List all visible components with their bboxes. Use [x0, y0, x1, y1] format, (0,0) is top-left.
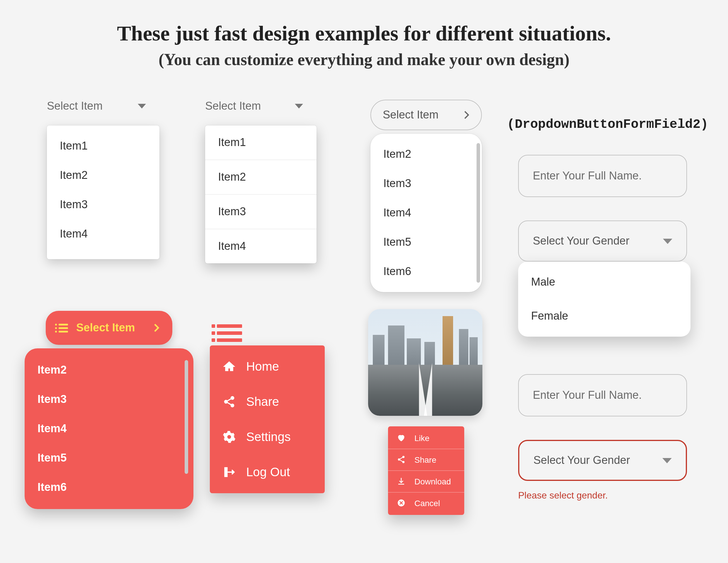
- list-icon: [59, 322, 68, 334]
- dropdown-red-pill: Select Item Item2 Item3 Item4 Item5 Item…: [25, 311, 193, 509]
- gender-select-placeholder: Select Your Gender: [533, 454, 630, 467]
- menu-item-home[interactable]: Home: [210, 349, 325, 384]
- full-name-input[interactable]: Enter Your Full Name.: [518, 374, 687, 416]
- share-icon: [223, 395, 236, 408]
- form-example-open: Enter Your Full Name. Select Your Gender…: [518, 155, 687, 337]
- dropdown-item[interactable]: Item5: [370, 227, 482, 257]
- download-icon: [397, 477, 406, 486]
- dropdown-pill-menu: Item2 Item3 Item4 Item5 Item6: [370, 134, 482, 292]
- dropdown-pill-placeholder: Select Item: [383, 108, 438, 121]
- chevron-down-icon: [138, 104, 146, 108]
- menu-item-settings[interactable]: Settings: [210, 419, 325, 455]
- heart-icon: [397, 433, 406, 443]
- menu-item-label: Settings: [246, 430, 291, 444]
- dropdown-item[interactable]: Item2: [205, 160, 317, 195]
- dropdown-item[interactable]: Item3: [47, 190, 159, 219]
- hamburger-icon[interactable]: [217, 324, 325, 342]
- dropdown-item[interactable]: Item6: [370, 257, 482, 286]
- gender-option-male[interactable]: Male: [518, 265, 690, 299]
- dropdown-red-pill-label: Select Item: [76, 322, 135, 334]
- full-name-placeholder: Enter Your Full Name.: [533, 389, 642, 402]
- dropdown-item[interactable]: Item4: [370, 198, 482, 227]
- svg-point-2: [231, 404, 234, 407]
- chevron-down-icon: [662, 458, 672, 463]
- dropdown-red-pill-menu: Item2 Item3 Item4 Item5 Item6: [25, 348, 193, 509]
- full-name-input[interactable]: Enter Your Full Name.: [518, 155, 687, 197]
- dropdown-divided-placeholder: Select Item: [205, 100, 261, 113]
- dropdown-item[interactable]: Item4: [25, 414, 193, 443]
- menu-item-label: Log Out: [246, 465, 290, 479]
- page-heading: These just fast design examples for diff…: [0, 0, 728, 69]
- logout-icon: [223, 466, 236, 479]
- menu-item-share[interactable]: Share: [210, 384, 325, 419]
- dropdown-item[interactable]: Item1: [205, 125, 317, 160]
- dropdown-item[interactable]: Item2: [370, 139, 482, 169]
- gender-select-menu: Male Female: [518, 261, 690, 337]
- context-item-share[interactable]: Share: [388, 449, 464, 471]
- dropdown-item[interactable]: Item4: [47, 219, 159, 249]
- dropdown-divided: Select Item Item1 Item2 Item3 Item4: [205, 100, 303, 113]
- scrollbar[interactable]: [477, 143, 480, 283]
- context-item-cancel[interactable]: Cancel: [388, 493, 464, 514]
- dropdown-red-pill-trigger[interactable]: Select Item: [46, 311, 172, 345]
- context-item-label: Share: [414, 455, 436, 465]
- home-icon: [223, 360, 236, 373]
- menu-item-logout[interactable]: Log Out: [210, 455, 325, 490]
- dropdown-basic-trigger[interactable]: Select Item: [47, 100, 146, 113]
- validation-message: Please select gender.: [518, 490, 687, 501]
- gear-icon: [223, 431, 236, 443]
- context-item-label: Download: [414, 477, 451, 486]
- gender-select[interactable]: Select Your Gender: [518, 220, 687, 261]
- svg-point-0: [224, 400, 228, 404]
- context-item-like[interactable]: Like: [388, 428, 464, 449]
- image-context-menu: Like Share Download Cancel: [368, 309, 482, 504]
- share-icon: [397, 455, 406, 465]
- form-field-title: (DropdownButtonFormField2): [507, 117, 708, 132]
- dropdown-item[interactable]: Item2: [25, 356, 193, 385]
- dropdown-divided-trigger[interactable]: Select Item: [205, 100, 303, 113]
- gender-option-female[interactable]: Female: [518, 299, 690, 333]
- scrollbar[interactable]: [185, 360, 188, 474]
- dropdown-item[interactable]: Item3: [205, 195, 317, 229]
- gender-select-placeholder: Select Your Gender: [533, 234, 630, 247]
- context-item-label: Like: [414, 433, 429, 443]
- city-image[interactable]: [368, 309, 482, 416]
- form-example-error: Enter Your Full Name. Select Your Gender…: [518, 374, 687, 501]
- dropdown-item[interactable]: Item3: [25, 385, 193, 414]
- full-name-placeholder: Enter Your Full Name.: [533, 169, 642, 182]
- dropdown-item[interactable]: Item3: [370, 169, 482, 198]
- dropdown-item[interactable]: Item1: [47, 131, 159, 161]
- context-menu-panel: Like Share Download Cancel: [388, 426, 464, 515]
- menu-item-label: Home: [246, 360, 279, 374]
- dropdown-item[interactable]: Item2: [47, 161, 159, 190]
- context-item-download[interactable]: Download: [388, 471, 464, 493]
- svg-point-1: [231, 397, 234, 400]
- dropdown-divided-menu: Item1 Item2 Item3 Item4: [205, 125, 317, 263]
- dropdown-item[interactable]: Item6: [25, 473, 193, 502]
- dropdown-basic: Select Item Item1 Item2 Item3 Item4: [47, 100, 146, 113]
- chevron-right-icon: [464, 110, 470, 120]
- dropdown-item[interactable]: Item4: [205, 229, 317, 263]
- dropdown-pill: Select Item Item2 Item3 Item4 Item5 Item…: [370, 100, 482, 130]
- dropdown-basic-menu: Item1 Item2 Item3 Item4: [47, 125, 159, 259]
- gender-select-error[interactable]: Select Your Gender: [518, 440, 687, 481]
- cancel-icon: [397, 499, 406, 508]
- context-item-label: Cancel: [414, 499, 440, 508]
- chevron-right-icon: [154, 323, 159, 333]
- chevron-down-icon: [295, 104, 303, 108]
- dropdown-pill-trigger[interactable]: Select Item: [370, 100, 482, 130]
- hamburger-menu-panel: Home Share Settings Log Out: [210, 346, 325, 493]
- heading-subtitle: (You can customize everything and make y…: [0, 50, 728, 69]
- heading-title: These just fast design examples for diff…: [0, 21, 728, 46]
- dropdown-item[interactable]: Item5: [25, 443, 193, 473]
- chevron-down-icon: [663, 238, 672, 244]
- hamburger-menu: Home Share Settings Log Out: [210, 321, 325, 493]
- dropdown-basic-placeholder: Select Item: [47, 100, 103, 113]
- menu-item-label: Share: [246, 395, 279, 409]
